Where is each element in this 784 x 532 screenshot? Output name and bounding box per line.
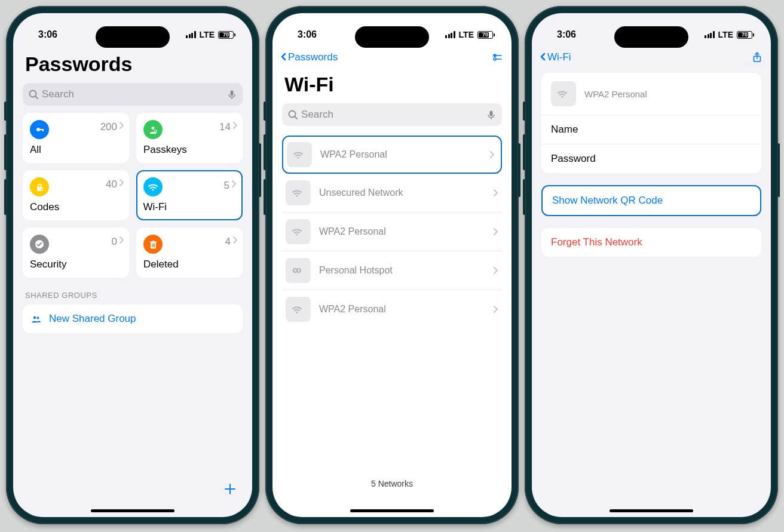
network-name: WPA2 Personal (320, 149, 482, 160)
forget-network-button[interactable]: Forget This Network (541, 228, 761, 257)
page-title: Wi-Fi (272, 67, 512, 101)
tile-count: 4 (225, 236, 231, 248)
tile-count: 5 (224, 180, 229, 192)
name-row[interactable]: Name (541, 115, 761, 144)
add-button[interactable] (225, 484, 238, 497)
tile-count: 14 (219, 121, 231, 133)
filter-icon (492, 53, 503, 61)
chevron-left-icon (540, 53, 546, 61)
search-input[interactable]: Search (23, 83, 243, 106)
signal-icon (705, 31, 715, 38)
filter-button[interactable] (492, 53, 503, 61)
network-name: Personal Hotspot (319, 265, 485, 276)
forget-group: Forget This Network (541, 228, 761, 257)
back-label: Passwords (288, 51, 338, 63)
tile-label: Security (30, 259, 122, 270)
tile-wifi[interactable]: 5 Wi-Fi (136, 170, 243, 220)
share-button[interactable] (752, 52, 762, 63)
status-time: 3:06 (549, 29, 584, 40)
chevron-right-icon (232, 180, 237, 187)
wifi-network-item[interactable]: WPA2 Personal (282, 136, 502, 174)
status-time: 3:06 (289, 29, 325, 40)
battery-icon: 70 (477, 31, 495, 39)
status-time: 3:06 (30, 29, 66, 40)
wifi-network-item[interactable]: WPA2 Personal (282, 212, 502, 251)
back-button[interactable]: Wi-Fi (540, 51, 571, 63)
shared-groups-header: SHARED GROUPS (23, 278, 243, 305)
tile-count: 40 (106, 179, 117, 190)
network-type: WPA2 Personal (584, 89, 647, 99)
chevron-right-icon (494, 189, 498, 196)
dynamic-island (355, 26, 429, 48)
network-name: Unsecured Network (319, 187, 485, 198)
tile-security[interactable]: 0 Security (23, 227, 129, 278)
show-qr-button[interactable]: Show Network QR Code (543, 186, 760, 215)
tile-label: Codes (30, 201, 122, 213)
tile-label: Passkeys (143, 144, 235, 156)
signal-icon (445, 31, 455, 38)
battery-icon: 70 (737, 31, 754, 39)
dynamic-island (96, 26, 170, 48)
mic-icon[interactable] (227, 90, 237, 99)
hotspot-icon (286, 258, 311, 283)
chevron-right-icon (233, 236, 238, 244)
wifi-network-item[interactable]: Unsecured Network (282, 174, 502, 212)
tile-label: Deleted (143, 259, 235, 270)
wifi-network-item[interactable]: Personal Hotspot (282, 251, 502, 290)
page-title: Passwords (13, 47, 252, 81)
security-icon (30, 235, 49, 254)
wifi-icon (286, 219, 311, 244)
tile-count: 0 (112, 236, 117, 248)
dynamic-island (614, 26, 688, 48)
battery-icon: 70 (218, 31, 235, 39)
mic-icon[interactable] (486, 110, 496, 119)
home-indicator[interactable] (350, 509, 434, 512)
wifi-icon (287, 142, 312, 167)
phone-2: 3:06 LTE 70 Passwords Wi-Fi Search WPA2 … (265, 6, 519, 524)
search-placeholder: Search (301, 109, 333, 121)
home-indicator[interactable] (91, 509, 174, 512)
carrier-label: LTE (459, 30, 474, 39)
tile-all[interactable]: 200 All (23, 113, 129, 163)
carrier-label: LTE (200, 30, 215, 39)
chevron-right-icon (233, 122, 238, 129)
passkeys-icon (143, 120, 163, 139)
password-row[interactable]: Password (541, 144, 761, 173)
search-icon (29, 90, 38, 99)
tile-count: 200 (100, 121, 117, 133)
phone-3: 3:06 LTE 70 Wi-Fi WPA2 Personal Name Pas… (525, 6, 778, 524)
wifi-icon (551, 81, 576, 106)
chevron-right-icon (494, 267, 498, 274)
wifi-network-item[interactable]: WPA2 Personal (282, 290, 502, 328)
back-label: Wi-Fi (547, 51, 571, 63)
back-button[interactable]: Passwords (281, 51, 338, 63)
share-icon (752, 52, 762, 63)
chevron-right-icon (490, 151, 495, 158)
chevron-right-icon (120, 236, 124, 244)
chevron-right-icon (494, 228, 498, 235)
phone-1: 3:06 LTE 70 Passwords Search 200 All 14 … (6, 6, 259, 524)
search-placeholder: Search (42, 88, 74, 100)
tile-label: All (30, 144, 122, 156)
wifi-icon (286, 180, 311, 205)
tile-deleted[interactable]: 4 Deleted (136, 227, 243, 278)
wifi-icon (286, 297, 311, 322)
chevron-left-icon (281, 53, 287, 61)
search-input[interactable]: Search (282, 103, 502, 126)
tile-label: Wi-Fi (143, 201, 236, 213)
tile-passkeys[interactable]: 14 Passkeys (136, 113, 243, 163)
chevron-right-icon (120, 122, 124, 129)
network-info-group: WPA2 Personal Name Password (541, 73, 761, 173)
tile-codes[interactable]: 40 Codes (23, 170, 129, 220)
wifi-icon (143, 177, 163, 196)
carrier-label: LTE (718, 30, 733, 39)
new-shared-group-label: New Shared Group (49, 313, 136, 325)
chevron-right-icon (494, 306, 498, 313)
codes-icon (30, 177, 49, 196)
all-icon (30, 120, 49, 139)
network-name: WPA2 Personal (319, 304, 485, 315)
chevron-right-icon (120, 179, 124, 186)
new-shared-group-button[interactable]: New Shared Group (23, 305, 243, 333)
home-indicator[interactable] (610, 509, 693, 512)
show-qr-group: Show Network QR Code (541, 185, 761, 216)
